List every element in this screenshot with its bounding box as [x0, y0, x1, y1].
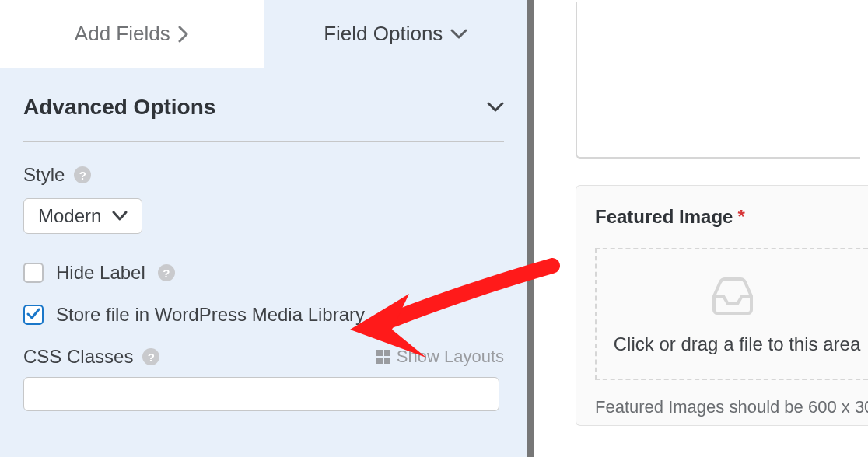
featured-image-label: Featured Image: [595, 206, 733, 228]
advanced-options-toggle[interactable]: Advanced Options: [23, 95, 504, 120]
style-select[interactable]: Modern: [23, 198, 142, 234]
chevron-down-icon: [487, 102, 504, 113]
check-icon: [26, 304, 40, 326]
dropzone-text: Click or drag a file to this area: [597, 333, 868, 355]
store-media-checkbox[interactable]: [23, 305, 44, 325]
help-icon[interactable]: ?: [74, 166, 91, 183]
inbox-icon: [709, 277, 756, 315]
required-indicator: *: [737, 206, 744, 228]
chevron-down-icon: [450, 29, 467, 40]
hide-label-checkbox[interactable]: [23, 263, 44, 283]
chevron-right-icon: [178, 26, 189, 43]
show-layouts-button[interactable]: Show Layouts: [376, 347, 504, 367]
grid-icon: [376, 350, 390, 364]
css-classes-label: CSS Classes: [23, 346, 133, 368]
preview-textarea[interactable]: [576, 2, 860, 159]
featured-image-field: Featured Image * Click or drag a file to…: [576, 185, 868, 426]
divider: [23, 141, 504, 142]
tab-label: Field Options: [324, 22, 443, 46]
store-media-text: Store file in WordPress Media Library: [56, 304, 365, 326]
help-icon[interactable]: ?: [158, 264, 175, 281]
hide-label-text: Hide Label: [56, 262, 145, 284]
tab-add-fields[interactable]: Add Fields: [0, 0, 264, 68]
style-label: Style: [23, 164, 65, 186]
style-select-value: Modern: [38, 205, 101, 227]
tab-label: Add Fields: [75, 22, 170, 46]
help-icon[interactable]: ?: [142, 348, 159, 365]
chevron-down-icon: [112, 211, 128, 222]
featured-image-helper: Featured Images should be 600 x 300: [595, 397, 868, 417]
upload-dropzone[interactable]: Click or drag a file to this area: [595, 248, 868, 380]
tab-field-options[interactable]: Field Options: [264, 0, 528, 68]
panel-gap: [534, 0, 576, 457]
advanced-options-title: Advanced Options: [23, 95, 215, 120]
show-layouts-label: Show Layouts: [397, 347, 504, 367]
panel-divider[interactable]: [527, 0, 534, 457]
css-classes-input[interactable]: [23, 377, 499, 411]
